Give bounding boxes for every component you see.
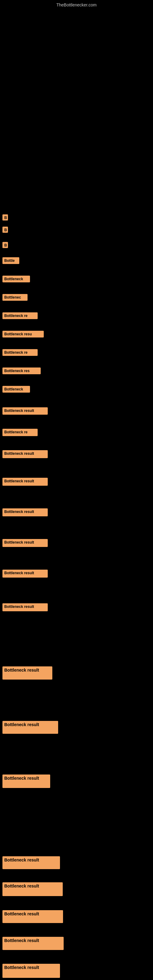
bottleneck-result-item: Bottleneck result: [2, 882, 63, 896]
bottleneck-result-item: Bottleneck result: [2, 775, 50, 788]
bottleneck-result-item: Bottleneck result: [2, 964, 60, 978]
bottleneck-result-item: Bottleneck: [2, 386, 30, 393]
bottleneck-result-item: B: [2, 242, 8, 248]
bottleneck-result-item: Bottleneck result: [2, 407, 48, 415]
bottleneck-result-item: Bottleneck result: [2, 721, 58, 734]
bottleneck-result-item: Bottle: [2, 257, 19, 264]
site-title: TheBottlenecker.com: [56, 2, 97, 7]
bottleneck-result-item: Bottleneck result: [2, 910, 63, 923]
bottleneck-result-item: Bottleneck re: [2, 312, 38, 319]
bottleneck-result-item: Bottleneck res: [2, 368, 41, 374]
bottleneck-result-item: Bottleneck result: [2, 570, 48, 578]
bottleneck-result-item: B: [2, 227, 8, 233]
bottleneck-result-item: Bottleneck re: [2, 349, 38, 356]
bottleneck-result-item: Bottleneck result: [2, 603, 48, 611]
bottleneck-result-item: Bottleneck: [2, 275, 30, 282]
bottleneck-result-item: Bottleneck result: [2, 508, 48, 516]
bottleneck-result-item: Bottleneck result: [2, 667, 52, 679]
bottleneck-result-item: Bottleneck re: [2, 429, 38, 436]
bottleneck-result-item: Bottleneck result: [2, 937, 64, 950]
bottleneck-result-item: Bottleneck result: [2, 478, 48, 486]
bottleneck-result-item: Bottleneck result: [2, 450, 48, 458]
bottleneck-result-item: Bottleneck resu: [2, 331, 44, 337]
bottleneck-result-item: B: [2, 215, 8, 221]
bottleneck-result-item: Bottlenec: [2, 294, 27, 301]
bottleneck-result-item: Bottleneck result: [2, 856, 60, 869]
bottleneck-result-item: Bottleneck result: [2, 539, 48, 547]
